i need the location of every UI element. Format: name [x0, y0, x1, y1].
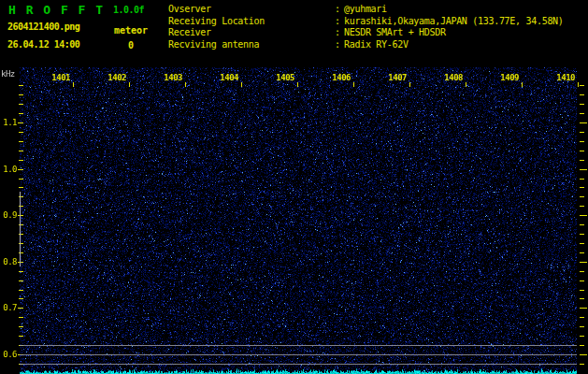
freq-tick-label: 0.9: [0, 210, 17, 220]
freq-minor-tick-right: [580, 298, 584, 299]
freq-minor-tick-right: [580, 271, 584, 272]
time-tick: [129, 82, 130, 87]
freq-minor-tick-right: [580, 132, 584, 133]
freq-minor-tick-left: [19, 187, 23, 188]
freq-minor-tick-right: [580, 326, 584, 327]
freq-major-tick-right: [580, 122, 587, 123]
time-tick: [409, 82, 410, 87]
freq-minor-tick-left: [19, 151, 23, 151]
time-tick: [297, 82, 298, 87]
freq-minor-tick-left: [19, 160, 23, 161]
hrofft-window: H R O F F T 1.0.0f 2604121400.png 26.04.…: [0, 0, 588, 374]
time-tick-label: 1407: [385, 73, 407, 82]
time-tick: [185, 82, 186, 87]
freq-major-tick-right: [580, 215, 587, 216]
freq-minor-tick-right: [580, 151, 584, 151]
freq-minor-tick-left: [19, 280, 23, 281]
time-tick-label: 1403: [161, 73, 182, 82]
time-tick-label: 1409: [497, 73, 519, 82]
freq-minor-tick-right: [580, 94, 584, 95]
freq-marker-line: [20, 364, 577, 365]
time-tick: [353, 82, 354, 87]
freq-minor-tick-right: [580, 179, 584, 180]
freq-marker-line: [20, 354, 577, 355]
freq-tick-label: 1.1: [0, 118, 17, 127]
counting-band-marker: [20, 192, 21, 266]
time-tick: [241, 82, 242, 87]
freq-major-tick-left: [18, 262, 23, 263]
freq-minor-tick-left: [19, 113, 23, 114]
freq-major-tick-left: [18, 308, 23, 309]
time-tick-label: 1402: [105, 73, 126, 82]
time-tick-label: 1410: [553, 73, 575, 82]
freq-minor-tick-right: [580, 141, 584, 142]
time-tick: [73, 82, 74, 87]
axes-overlay: 0.60.70.80.91.01.11401140214031404140514…: [0, 0, 588, 374]
freq-minor-tick-right: [580, 160, 584, 161]
freq-minor-tick-left: [19, 132, 23, 133]
freq-minor-tick-right: [580, 104, 584, 105]
freq-minor-tick-right: [580, 196, 584, 197]
time-tick: [466, 82, 466, 87]
freq-minor-tick-right: [580, 187, 584, 188]
time-tick: [578, 82, 579, 87]
freq-major-tick-right: [580, 169, 587, 170]
freq-major-tick-left: [18, 122, 23, 123]
time-tick-label: 1405: [273, 73, 294, 82]
freq-minor-tick-left: [19, 317, 23, 318]
freq-axis-unit-label: kHz: [1, 69, 15, 79]
freq-minor-tick-right: [580, 234, 584, 235]
freq-minor-tick-right: [580, 252, 584, 253]
freq-minor-tick-left: [19, 336, 23, 337]
freq-minor-tick-left: [19, 85, 23, 86]
freq-minor-tick-right: [580, 113, 584, 114]
freq-minor-tick-left: [19, 290, 23, 291]
freq-minor-tick-left: [19, 141, 23, 142]
freq-tick-label: 0.8: [0, 257, 17, 266]
freq-minor-tick-right: [580, 206, 584, 207]
freq-minor-tick-right: [580, 364, 584, 365]
freq-major-tick-right: [580, 308, 587, 309]
time-tick-label: 1401: [49, 73, 70, 82]
freq-marker-line: [20, 345, 577, 346]
freq-major-tick-left: [18, 215, 23, 216]
time-tick: [522, 82, 523, 87]
freq-major-tick-left: [18, 169, 23, 170]
freq-minor-tick-right: [580, 243, 584, 244]
time-tick-label: 1408: [441, 73, 463, 82]
time-tick-label: 1406: [329, 73, 351, 82]
freq-minor-tick-right: [580, 224, 584, 225]
freq-minor-tick-left: [19, 326, 23, 327]
freq-major-tick-right: [580, 262, 587, 263]
freq-minor-tick-right: [580, 317, 584, 318]
freq-minor-tick-left: [19, 179, 23, 180]
time-tick-label: 1404: [217, 73, 238, 82]
freq-minor-tick-right: [580, 290, 584, 291]
freq-major-tick-right: [580, 354, 587, 355]
freq-tick-label: 0.7: [0, 303, 17, 312]
freq-minor-tick-left: [19, 104, 23, 105]
freq-minor-tick-right: [580, 336, 584, 337]
freq-minor-tick-left: [19, 271, 23, 272]
freq-tick-label: 1.0: [0, 165, 17, 174]
freq-minor-tick-right: [580, 85, 584, 86]
freq-minor-tick-right: [580, 345, 584, 346]
freq-minor-tick-left: [19, 298, 23, 299]
freq-minor-tick-right: [580, 280, 584, 281]
freq-tick-label: 0.6: [0, 350, 17, 359]
freq-minor-tick-left: [19, 94, 23, 95]
